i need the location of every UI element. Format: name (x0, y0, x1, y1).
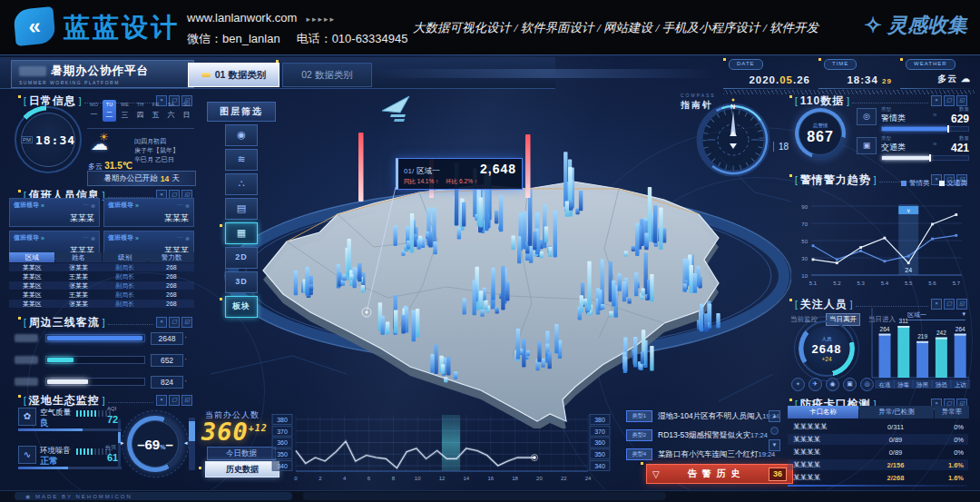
site-url[interactable]: www.lanlanwork.com (187, 11, 297, 25)
layer-2d-button[interactable]: 2D (225, 247, 258, 269)
redacted-label (15, 356, 38, 364)
svg-text:24: 24 (905, 267, 912, 273)
made-by-label: MADE BY NEHOMMICON (35, 494, 132, 499)
week-day[interactable]: TH四 (133, 100, 147, 122)
data110-row: ▣类型交通类»数量421 (857, 135, 969, 164)
svg-text:14: 14 (464, 476, 470, 481)
svg-text:∨: ∨ (906, 208, 910, 213)
week-day[interactable]: WE三 (118, 100, 132, 122)
decor-dot (900, 58, 903, 61)
checkpoint-row[interactable]: 某某某某某0/3110% (788, 421, 968, 432)
lanlan-logo-icon[interactable]: « (13, 6, 55, 46)
panel-window-icon[interactable]: ▢ (169, 395, 180, 406)
svg-text:90: 90 (801, 204, 808, 210)
alert-row[interactable]: 类型1湿地3-104片区有不明人员闯入19:24 (626, 409, 765, 423)
layer-camera-button[interactable]: ◉ (225, 124, 258, 146)
inspiration-collect[interactable]: ✧ 灵感收集 (864, 12, 967, 39)
alert-row[interactable]: 类型2RD13-53烟感报警疑似火灾17:24 (626, 428, 765, 442)
air-quality-status: 良 (40, 417, 49, 429)
panel-window-icon[interactable]: ▢ (944, 95, 955, 106)
svg-text:20: 20 (536, 476, 543, 481)
svg-text:16: 16 (487, 476, 494, 481)
duty-leader-card[interactable]: 值班领导»⋯⊗某某某 (9, 198, 100, 227)
notice-days: 14 (161, 174, 169, 183)
tab-data-category-1[interactable]: 01 数据类别 (188, 63, 279, 87)
svg-text:8: 8 (392, 476, 396, 481)
duty-table-row[interactable]: 某某区张某某副局长268 (9, 263, 194, 271)
alarm-type-name: 警情类 (881, 113, 906, 124)
panel-title-text: 湿地生态监控 (29, 393, 100, 408)
svg-text:在逃: 在逃 (879, 381, 892, 388)
layer-chart-button[interactable]: ▦ (225, 222, 258, 244)
scroll-up-icon[interactable]: ▲ (769, 410, 780, 422)
made-by-text: ◉ MADE BY NEHOMMICON (25, 493, 132, 499)
history-data-button[interactable]: 历史数据 (205, 461, 279, 477)
platform-title: 暑期办公协作平台 (51, 64, 149, 79)
panel-close-icon[interactable]: × (931, 95, 942, 106)
svg-text:涉毒: 涉毒 (897, 381, 910, 389)
layer-3d-button[interactable]: 3D (225, 271, 258, 293)
focus-mini-icon[interactable]: ✈ (808, 378, 822, 391)
alert-history-banner[interactable]: ▽ 告警历史 36 (646, 464, 793, 484)
week-day[interactable]: FR五 (149, 100, 162, 122)
duty-table-row[interactable]: 某某区张某某副局长268 (9, 300, 194, 308)
focus-mini-icon[interactable]: ⌖ (791, 378, 805, 391)
focus-mini-icon[interactable]: ◉ (826, 378, 839, 391)
week-day[interactable]: SU日 (180, 100, 193, 122)
lunar-line: 辛巳月 乙巳日 (134, 155, 179, 164)
focus-circle-gauge: 人员 2648 +24 (799, 320, 855, 377)
scroll-down-icon[interactable]: ▼ (769, 439, 780, 451)
cp-header-rate[interactable]: 异常率 (935, 406, 969, 418)
svg-text:242: 242 (936, 330, 946, 336)
checkpoint-row[interactable]: 某某某某2/2681.6% (788, 472, 968, 483)
cp-header-ratio[interactable]: 异常/已检测 (859, 406, 934, 418)
panel-expand-icon[interactable]: ◱ (181, 317, 192, 328)
decor-dot (723, 58, 726, 61)
weather-value: 多云 (937, 74, 957, 84)
panel-expand-icon[interactable]: ◱ (956, 95, 967, 106)
duty-table-row[interactable]: 某某区王某某副局长268 (9, 290, 194, 299)
flow-bar-value: 824 (151, 376, 183, 389)
eco-slider-right[interactable] (189, 418, 195, 470)
gauge-arrow-left[interactable]: ▸ (121, 439, 124, 447)
logo-text: 蓝蓝设计 (64, 10, 180, 46)
tooltip-mom: 环比 6.2% ↑ (446, 178, 477, 186)
duty-table-row[interactable]: 某某区王某某副局长268 (9, 272, 194, 281)
layer-signal-button[interactable]: ≋ (225, 149, 258, 171)
decor-dot (641, 462, 643, 465)
week-day[interactable]: MO一 (87, 100, 101, 122)
alarm-type-value: 421 (951, 142, 969, 154)
week-day[interactable]: SA六 (164, 100, 178, 122)
panel-close-icon[interactable]: × (156, 317, 167, 328)
week-day[interactable]: TU二 (103, 100, 116, 122)
checkpoint-row[interactable]: 某某某某0/890% (788, 447, 968, 458)
layer-list-button[interactable]: ▤ (225, 198, 258, 220)
duty-leader-card[interactable]: 值班领导»⋯⊗某某某 (103, 198, 194, 227)
alert-row[interactable]: 类型4某路口有小汽车连闯三个红灯19:24 (626, 448, 765, 461)
gauge-arrow-right[interactable]: ◂ (184, 439, 188, 447)
air-meter (76, 410, 111, 417)
layer-cluster-button[interactable]: ∴ (225, 173, 258, 195)
alert-time: 17:24 (750, 431, 768, 439)
cp-header-name[interactable]: 卡口名称 (788, 406, 858, 418)
svg-text:50: 50 (801, 239, 808, 244)
panel-eco-title: [湿地生态监控] ×▢◱ (18, 393, 192, 408)
panel-expand-icon[interactable]: ◱ (181, 395, 192, 406)
today-data-button[interactable]: 今日数据 (207, 447, 276, 460)
alert-history-count: 36 (769, 468, 787, 481)
checkpoint-row[interactable]: 某某某某0/890% (788, 434, 968, 445)
flow-bar-row: 652' (7, 354, 194, 366)
panel-window-icon[interactable]: ▢ (169, 317, 180, 328)
checkpoint-row[interactable]: 某某某某2/1561.6% (788, 459, 968, 470)
scroll-dot-icon[interactable] (770, 427, 779, 435)
office-trend-chart: 3803803703703603603503503403400246810121… (270, 408, 612, 498)
time-seconds: 29 (882, 77, 892, 85)
cloud-icon: ☁ (961, 74, 971, 84)
focus-mini-icon[interactable]: ▣ (843, 378, 857, 391)
panel-close-icon[interactable]: × (156, 395, 167, 406)
layer-block-button[interactable]: 板块 (225, 296, 258, 318)
alert-list: 类型1湿地3-104片区有不明人员闯入19:24类型2RD13-53烟感报警疑似… (626, 409, 765, 467)
duty-table-row[interactable]: 某某区张某某副局长268 (9, 281, 194, 290)
duty-table: 区域姓名级别警力数某某区张某某副局长268某某区王某某副局长268某某区张某某副… (9, 252, 194, 308)
tab-data-category-2[interactable]: 02 数据类别 (282, 63, 372, 87)
